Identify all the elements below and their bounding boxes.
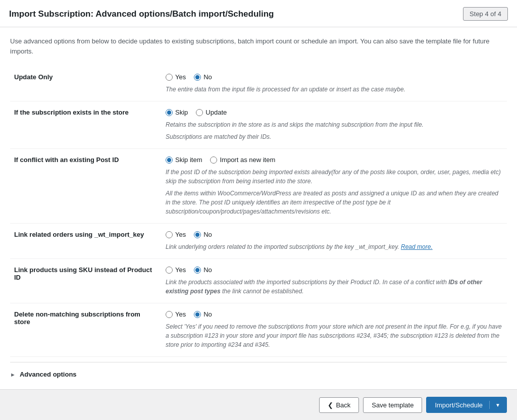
option-control-conflict: Skip item Import as new item If the post… <box>162 149 507 224</box>
radio-update-only-yes[interactable]: Yes <box>166 73 186 81</box>
back-arrow-icon: ❮ <box>328 401 333 409</box>
option-label-conflict: If conflict with an existing Post ID <box>10 149 162 224</box>
option-control-update-only: Yes No The entire data from the input fi… <box>162 66 507 101</box>
back-label: Back <box>336 401 350 409</box>
import-schedule-label: Import/Schedule <box>435 401 483 409</box>
desc-conflict-1: If the post ID of the subscription being… <box>166 168 503 186</box>
option-control-delete: Yes No Select 'Yes' if you need to remov… <box>162 303 507 357</box>
desc-update-only: The entire data from the input file is p… <box>166 85 503 94</box>
radio-input-exists-update[interactable] <box>196 109 203 116</box>
table-row: Link products using SKU instead of Produ… <box>10 259 507 303</box>
radio-group-sku: Yes No <box>166 266 503 274</box>
step-badge: Step 4 of 4 <box>463 7 508 21</box>
read-more-link[interactable]: Read more. <box>401 243 433 250</box>
option-control-sku: Yes No Link the products associated with… <box>162 259 507 303</box>
desc-exists-1: Retains the subscription in the store as… <box>166 120 503 129</box>
import-schedule-button[interactable]: Import/Schedule ▼ <box>426 397 507 413</box>
option-label-update-only: Update Only <box>10 66 162 101</box>
option-label-exists: If the subscription exists in the store <box>10 101 162 149</box>
desc-import-key: Link underlying orders related to the im… <box>166 242 503 251</box>
radio-sku-yes[interactable]: Yes <box>166 266 186 274</box>
desc-delete: Select 'Yes' if you need to remove the s… <box>166 322 503 349</box>
radio-input-sku-no[interactable] <box>194 267 201 274</box>
radio-input-import-key-yes[interactable] <box>166 231 173 238</box>
radio-input-update-only-no[interactable] <box>194 74 201 81</box>
radio-input-conflict-import[interactable] <box>210 156 217 164</box>
radio-input-exists-skip[interactable] <box>166 109 173 116</box>
page-title: Import Subscription: Advanced options/Ba… <box>9 9 274 19</box>
radio-input-import-key-no[interactable] <box>194 231 201 238</box>
option-label-import-key: Link related orders using _wt_import_key <box>10 224 162 259</box>
radio-sku-no[interactable]: No <box>194 266 212 274</box>
radio-delete-yes[interactable]: Yes <box>166 310 186 318</box>
advanced-section: ► Advanced options <box>10 362 507 380</box>
advanced-options-toggle[interactable]: ► Advanced options <box>10 369 507 380</box>
radio-group-import-key: Yes No <box>166 231 503 238</box>
radio-exists-update[interactable]: Update <box>196 109 227 116</box>
radio-group-exists: Skip Update <box>166 109 503 116</box>
desc-conflict-2: All the items within WooCommerce/WordPre… <box>166 189 503 216</box>
advanced-options-label: Advanced options <box>20 371 77 378</box>
radio-import-key-yes[interactable]: Yes <box>166 231 186 238</box>
option-control-exists: Skip Update Retains the subscription in … <box>162 101 507 149</box>
card-body: Use advanced options from below to decid… <box>0 27 517 389</box>
radio-input-delete-yes[interactable] <box>166 311 173 318</box>
intro-text: Use advanced options from below to decid… <box>10 36 507 56</box>
main-card: Import Subscription: Advanced options/Ba… <box>0 0 517 389</box>
radio-conflict-import[interactable]: Import as new item <box>210 156 275 164</box>
options-table: Update Only Yes No The entire data fr <box>10 66 507 357</box>
radio-conflict-skip[interactable]: Skip item <box>166 156 202 164</box>
chevron-right-icon: ► <box>10 372 16 378</box>
radio-input-conflict-skip[interactable] <box>166 156 173 164</box>
radio-input-update-only-yes[interactable] <box>166 74 173 81</box>
back-button[interactable]: ❮ Back <box>319 397 359 413</box>
radio-input-sku-yes[interactable] <box>166 267 173 274</box>
option-label-delete: Delete non-matching subscriptions from s… <box>10 303 162 357</box>
desc-sku: Link the products associated with the im… <box>166 278 503 296</box>
desc-exists-2: Subscriptions are matched by their IDs. <box>166 132 503 141</box>
card-header: Import Subscription: Advanced options/Ba… <box>0 0 517 27</box>
table-row: Update Only Yes No The entire data fr <box>10 66 507 101</box>
option-label-sku: Link products using SKU instead of Produ… <box>10 259 162 303</box>
radio-input-delete-no[interactable] <box>194 311 201 318</box>
radio-group-delete: Yes No <box>166 310 503 318</box>
radio-exists-skip[interactable]: Skip <box>166 109 188 116</box>
radio-group-update-only: Yes No <box>166 73 503 81</box>
table-row: Link related orders using _wt_import_key… <box>10 224 507 259</box>
page-wrapper: Import Subscription: Advanced options/Ba… <box>0 0 517 420</box>
radio-group-conflict: Skip item Import as new item <box>166 156 503 164</box>
table-row: Delete non-matching subscriptions from s… <box>10 303 507 357</box>
radio-delete-no[interactable]: No <box>194 310 212 318</box>
radio-import-key-no[interactable]: No <box>194 231 212 238</box>
option-control-import-key: Yes No Link underlying orders related to… <box>162 224 507 259</box>
table-row: If conflict with an existing Post ID Ski… <box>10 149 507 224</box>
dropdown-arrow-icon[interactable]: ▼ <box>493 402 502 408</box>
save-template-button[interactable]: Save template <box>363 397 422 413</box>
footer-bar: ❮ Back Save template Import/Schedule ▼ <box>0 389 517 420</box>
table-row: If the subscription exists in the store … <box>10 101 507 149</box>
separator <box>489 401 490 409</box>
radio-update-only-no[interactable]: No <box>194 73 212 81</box>
save-template-label: Save template <box>372 401 413 409</box>
